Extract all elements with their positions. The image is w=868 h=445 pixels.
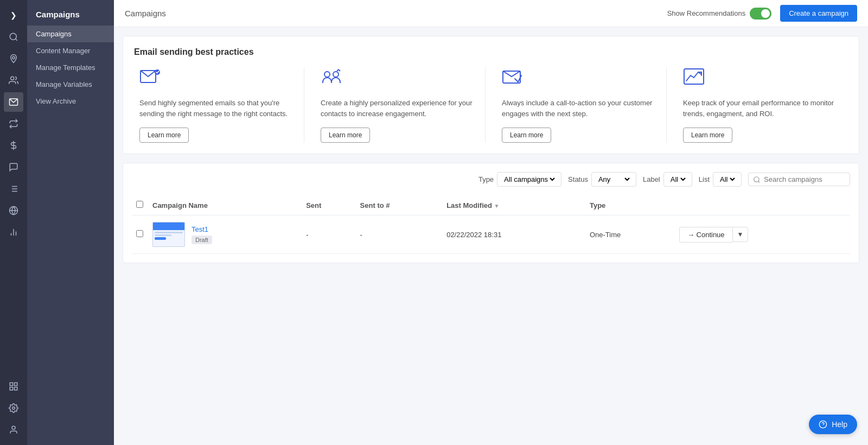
chat-icon-btn[interactable] [4,157,23,177]
label-filter-group: Label All [643,172,692,187]
list-filter-label: List [699,175,710,183]
bp-card-4-learn-more[interactable]: Learn more [683,128,732,143]
nav-item-manage-variables[interactable]: Manage Variables [27,76,114,93]
top-bar: Campaigns Show Recommendations Create a … [114,0,868,27]
type-filter-group: Type All campaigns One-Time Automated [478,172,561,187]
icon-sidebar: ❯ [0,0,27,445]
col-action [675,195,850,215]
svg-rect-17 [10,383,12,385]
bp-card-1-text: Send highly segmented emails so that you… [139,98,298,119]
table-row: Test1 Draft - - 02/22/2022 18:31 One-Tim… [132,215,850,254]
svg-rect-19 [10,387,12,390]
thumb-body [153,230,184,246]
table-header-row: Campaign Name Sent Sent to # Last Modifi… [132,195,850,215]
type-filter-label: Type [478,175,494,183]
chart-icon-btn[interactable] [4,223,23,242]
envelope-segment-icon [139,68,161,91]
bp-card-1-learn-more[interactable]: Learn more [139,128,189,143]
row-checkbox[interactable] [136,230,143,237]
email-icon-btn[interactable] [4,92,23,112]
continue-dropdown-button[interactable]: ▼ [732,227,749,242]
campaign-name-link[interactable]: Test1 [192,225,212,233]
status-filter-label: Status [568,175,588,183]
page-content: Email sending best practices Send highly [114,27,868,445]
search-icon [753,176,761,183]
campaign-name-info: Test1 Draft [192,225,212,244]
best-practices-title: Email sending best practices [134,47,848,57]
label-filter-select[interactable]: All [663,172,692,187]
svg-point-0 [10,33,16,40]
campaigns-table-section: Type All campaigns One-Time Automated St… [123,163,859,263]
nav-title: Campaigns [27,5,114,26]
type-filter-select[interactable]: All campaigns One-Time Automated [497,172,561,187]
label-select-input[interactable]: All [668,175,687,184]
list-filter-select[interactable]: All [713,172,742,187]
bp-card-2: Create a highly personalized experience … [315,68,486,143]
user-icon-btn[interactable] [4,420,23,440]
thumb-header [153,223,184,230]
help-button[interactable]: Help [809,415,857,434]
row-action-cell: → Continue ▼ [675,215,850,254]
col-type: Type [585,195,675,215]
location-icon-btn[interactable] [4,49,23,68]
svg-point-27 [324,72,330,77]
search-icon-btn[interactable] [4,27,23,47]
svg-line-29 [337,69,339,71]
search-input-wrapper[interactable] [748,173,850,186]
status-filter-select[interactable]: Any Draft Active Paused [591,172,636,187]
page-title: Campaigns [125,9,166,18]
pages-icon-btn[interactable] [4,377,23,396]
revenue-icon-btn[interactable] [4,114,23,134]
svg-rect-20 [15,387,17,390]
continue-button[interactable]: → Continue [679,227,732,243]
svg-line-30 [339,69,340,71]
col-campaign-name: Campaign Name [148,195,302,215]
dollar-icon-btn[interactable] [4,136,23,155]
recommendations-toggle[interactable] [750,8,771,20]
select-all-checkbox[interactable] [136,201,143,208]
svg-rect-18 [15,383,17,385]
type-select-input[interactable]: All campaigns One-Time Automated [502,175,557,184]
campaign-thumbnail [152,222,185,247]
status-select-input[interactable]: Any Draft Active Paused [596,175,631,184]
personalize-icon [321,68,342,91]
campaigns-table: Campaign Name Sent Sent to # Last Modifi… [132,195,850,254]
nav-item-content-manager[interactable]: Content Manager [27,42,114,59]
best-practices-section: Email sending best practices Send highly [123,36,859,154]
contacts-icon-btn[interactable] [4,71,23,90]
show-recommendations-group: Show Recommendations [667,8,772,20]
performance-icon [683,68,705,91]
search-input[interactable] [764,175,845,183]
svg-point-21 [12,407,15,410]
bp-card-2-learn-more[interactable]: Learn more [321,128,370,143]
status-filter-group: Status Any Draft Active Paused [568,172,636,187]
nav-item-manage-templates[interactable]: Manage Templates [27,59,114,76]
svg-line-1 [15,39,17,40]
create-campaign-button[interactable]: Create a campaign [780,5,857,22]
col-last-modified[interactable]: Last Modified ▼ [442,195,585,215]
row-sent-to-cell: - [356,215,443,254]
svg-point-28 [333,72,339,77]
svg-point-33 [754,176,759,181]
svg-point-22 [12,426,15,429]
list-filter-group: List All [699,172,742,187]
settings-icon-btn[interactable] [4,398,23,418]
col-sent-to: Sent to # [356,195,443,215]
nav-item-view-archive[interactable]: View Archive [27,93,114,110]
globe-icon-btn[interactable] [4,201,23,220]
continue-btn-wrapper: → Continue ▼ [679,227,846,243]
col-sent: Sent [302,195,355,215]
nav-sidebar: Campaigns Campaigns Content Manager Mana… [27,0,114,445]
nav-item-campaigns[interactable]: Campaigns [27,26,114,42]
expand-sidebar-btn[interactable]: ❯ [4,5,23,25]
show-recommendations-label: Show Recommendations [667,9,746,17]
bp-card-3-learn-more[interactable]: Learn more [502,128,551,143]
row-sent-cell: - [302,215,355,254]
svg-point-2 [12,56,15,59]
list-select-input[interactable]: All [718,175,737,184]
bp-card-3: Always include a call-to-action so your … [496,68,667,143]
label-filter-label: Label [643,175,660,183]
campaign-status-badge: Draft [192,236,212,244]
list-icon-btn[interactable] [4,179,23,199]
svg-point-3 [11,77,14,80]
